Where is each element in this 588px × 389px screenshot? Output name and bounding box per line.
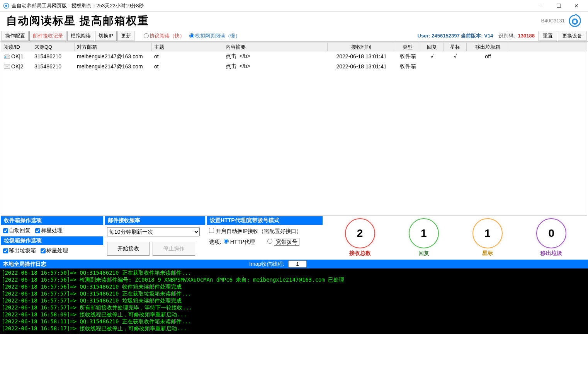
- imap-label-text: Imap收信线程:: [249, 261, 284, 267]
- star-process-label: 标星处理: [41, 227, 63, 234]
- stat-trash-value: 0: [536, 218, 566, 248]
- auto-reply-checkbox[interactable]: 自动回复: [3, 227, 31, 234]
- th-type[interactable]: 类型: [395, 43, 420, 51]
- stat-trash: 0 移出垃圾: [536, 218, 566, 257]
- cell-qq: 315486210: [32, 53, 75, 60]
- radio-webpage-read[interactable]: 模拟网页阅读（慢）: [189, 32, 240, 39]
- star-process-checkbox[interactable]: 标星处理: [35, 227, 63, 234]
- option-label: 选项:: [209, 239, 221, 246]
- trash-star-label: 标星处理: [46, 247, 68, 254]
- maximize-button[interactable]: ☐: [550, 0, 568, 11]
- reset-button[interactable]: 重置: [539, 31, 557, 41]
- svg-rect-3: [573, 20, 576, 23]
- cell-reply: √: [420, 53, 444, 60]
- cell-trash: off: [467, 53, 509, 60]
- trash-panel-title: 垃圾箱操作选项: [1, 236, 103, 245]
- user-info: User: 2456152397 当前版本: V14: [418, 32, 493, 39]
- close-button[interactable]: ✕: [568, 0, 585, 11]
- log-line: [2022-06-18 16:57:57]=> QQ:315486210 正在获…: [2, 290, 586, 297]
- stat-trash-label: 移出垃圾: [540, 250, 562, 257]
- cell-time: 2022-06-18 13:01:41: [328, 63, 395, 70]
- auto-reply-input[interactable]: [3, 228, 8, 233]
- radio-protocol-input[interactable]: [144, 33, 149, 38]
- th-time[interactable]: 接收时间: [328, 43, 395, 51]
- inbox-panel-title: 收件箱操作选项: [1, 216, 103, 225]
- th-qq[interactable]: 来源QQ: [32, 43, 75, 51]
- log-title: 本地全局操作日志: [3, 261, 46, 268]
- id-label: 识别码:: [498, 32, 515, 39]
- freq-panel-title: 邮件接收频率: [105, 216, 205, 225]
- imap-thread-input[interactable]: [288, 260, 307, 268]
- control-panel: 收件箱操作选项 自动回复 标星处理 垃圾箱操作选项 移出垃圾箱 标星处理 邮件接…: [1, 216, 587, 259]
- cell-summary: 点击 </b>: [223, 52, 328, 61]
- auto-ip-checkbox[interactable]: 开启自动换IP接收（需配置好接口）: [209, 228, 302, 235]
- http-proxy-radio[interactable]: HTTP代理: [224, 239, 255, 246]
- tab-update[interactable]: 更新: [117, 31, 134, 41]
- http-proxy-panel: 设置HTTP代理|宽带拨号模式 开启自动换IP接收（需配置好接口） 选项: HT…: [207, 216, 323, 259]
- trash-star-input[interactable]: [41, 248, 46, 253]
- th-star[interactable]: 星标: [444, 43, 467, 51]
- change-device-button[interactable]: 更换设备: [558, 31, 586, 41]
- th-summary[interactable]: 内容摘要: [223, 43, 328, 51]
- cell-email: meibengxie2147@163.com: [75, 53, 152, 60]
- table-header-row: 阅读/ID 来源QQ 对方邮箱 主题 内容摘要 接收时间 类型 回复 星标 移出…: [1, 43, 587, 51]
- broadband-input[interactable]: [267, 239, 272, 244]
- log-line: [2022-06-18 16:58:09]=> 接收线程已被停止，可修改频率重新…: [2, 311, 586, 318]
- cell-star: [444, 66, 467, 67]
- stats-panel: 2 接收总数 1 回复 1 星标 0 移出垃圾: [324, 216, 587, 259]
- cell-qq: 315486210: [32, 63, 75, 70]
- star-process-input[interactable]: [35, 228, 40, 233]
- th-trash[interactable]: 移出垃圾箱: [467, 43, 509, 51]
- cell-trash: [467, 66, 509, 67]
- slogan-text: 自动阅读标星 提高邮箱权重: [6, 14, 541, 28]
- cell-email: meibengxie2147@163.com: [75, 63, 152, 70]
- frequency-select[interactable]: 每10分钟刷新一次: [107, 227, 200, 236]
- http-panel-title: 设置HTTP代理|宽带拨号模式: [207, 216, 323, 225]
- th-subject[interactable]: 主题: [152, 43, 223, 51]
- log-line: [2022-06-18 16:58:17]=> 接收线程已被停止，可修改频率重新…: [2, 325, 586, 332]
- stop-operation-button[interactable]: 停止操作: [153, 242, 195, 256]
- mail-table: 阅读/ID 来源QQ 对方邮箱 主题 内容摘要 接收时间 类型 回复 星标 移出…: [1, 42, 587, 216]
- stat-star-value: 1: [472, 218, 503, 248]
- radio-webpage-input[interactable]: [189, 33, 194, 38]
- move-trash-input[interactable]: [3, 248, 8, 253]
- http-proxy-input[interactable]: [224, 239, 229, 244]
- banner-code: B40C3131: [541, 18, 565, 24]
- th-reply[interactable]: 回复: [420, 43, 444, 51]
- tab-simulate-read[interactable]: 模拟阅读: [67, 31, 94, 41]
- th-read[interactable]: 阅读/ID: [1, 43, 32, 51]
- cell-type: 收件箱: [395, 52, 420, 61]
- table-row[interactable]: OK|1 315486210 meibengxie2147@163.com ot…: [1, 51, 587, 61]
- app-icon: [3, 3, 9, 9]
- move-trash-label: 移出垃圾箱: [9, 247, 36, 254]
- radio-protocol-label: 协议阅读（快）: [150, 32, 185, 39]
- window-controls: ─ ☐ ✕: [533, 0, 585, 11]
- log-line: [2022-06-18 16:57:50]=> QQ:315486210 正在获…: [2, 269, 586, 276]
- move-trash-checkbox[interactable]: 移出垃圾箱: [3, 247, 36, 254]
- log-line: [2022-06-18 16:57:57]=> QQ:315486210 垃圾箱…: [2, 297, 586, 304]
- table-row[interactable]: OK|2 315486210 meibengxie2147@163.com ot…: [1, 61, 587, 71]
- log-body[interactable]: [2022-06-18 16:57:50]=> QQ:315486210 正在获…: [0, 268, 588, 334]
- cell-reply: [420, 66, 444, 67]
- stat-total-value: 2: [345, 218, 375, 248]
- stat-total: 2 接收总数: [345, 218, 375, 257]
- radio-protocol-read[interactable]: 协议阅读（快）: [144, 32, 185, 39]
- start-receive-button[interactable]: 开始接收: [107, 242, 150, 256]
- tab-switch-ip[interactable]: 切换IP: [95, 31, 117, 41]
- tab-mail-records[interactable]: 邮件接收记录: [29, 31, 66, 41]
- id-code: 130188: [518, 33, 535, 39]
- banner: 自动阅读标星 提高邮箱权重 B40C3131: [0, 12, 588, 30]
- auto-ip-label: 开启自动换IP接收（需配置好接口）: [216, 228, 302, 234]
- th-email[interactable]: 对方邮箱: [75, 43, 152, 51]
- frequency-panel: 邮件接收频率 每10分钟刷新一次 开始接收 停止操作: [105, 216, 205, 259]
- auto-ip-input[interactable]: [209, 228, 214, 233]
- stat-reply-label: 回复: [418, 250, 429, 257]
- minimize-button[interactable]: ─: [533, 0, 550, 11]
- tab-config[interactable]: 操作配置: [2, 31, 29, 41]
- log-line: [2022-06-18 16:58:11]=> QQ:315486210 正在获…: [2, 318, 586, 325]
- radio-webpage-label: 模拟网页阅读（慢）: [195, 32, 240, 39]
- cell-summary: 点击 </b>: [223, 62, 328, 71]
- log-header: 本地全局操作日志 Imap收信线程:: [0, 260, 588, 268]
- broadband-radio[interactable]: 宽带拨号: [267, 239, 299, 246]
- trash-star-checkbox[interactable]: 标星处理: [41, 247, 68, 254]
